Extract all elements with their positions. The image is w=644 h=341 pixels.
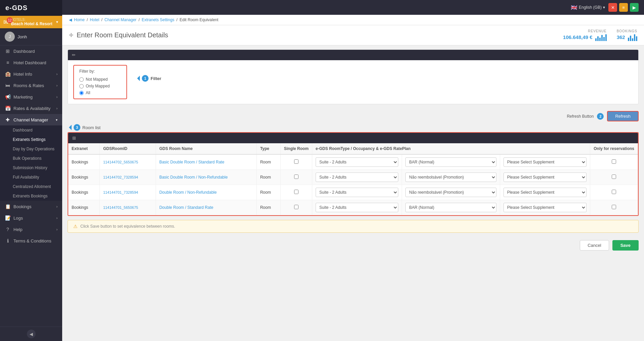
- room-type-select[interactable]: Suite - 2 Adults: [316, 157, 398, 167]
- move-icon: ✛: [69, 32, 73, 38]
- breadcrumb-channel-manager[interactable]: Channel Manager: [105, 17, 136, 22]
- cell-rate-plan[interactable]: BAR (Normal): [402, 200, 500, 215]
- filter-only-mapped[interactable]: Only Mapped: [79, 84, 121, 88]
- close-button[interactable]: ✕: [608, 3, 617, 12]
- cell-only-reservations[interactable]: [590, 200, 638, 215]
- filter-not-mapped[interactable]: Not Mapped: [79, 77, 121, 82]
- sidebar-sub-item-extranets-bookings[interactable]: Extranets Bookings: [0, 191, 62, 201]
- language-selector[interactable]: 🇬🇧 English (GB) ▾: [571, 4, 605, 11]
- sidebar-item-marketing[interactable]: 📢 Marketing ›: [0, 91, 62, 103]
- chevron-icon: ▾: [56, 118, 57, 122]
- room-type-select[interactable]: Suite - 2 Adults: [316, 203, 398, 212]
- cell-only-reservations[interactable]: [590, 185, 638, 200]
- sidebar-sub-item-submission-history[interactable]: Submission History: [0, 163, 62, 173]
- sidebar-item-help[interactable]: ? Help ›: [0, 224, 62, 235]
- cell-rate-plan[interactable]: Não reembolsável (Promotion): [402, 185, 500, 200]
- cell-supplement[interactable]: Please Select Supplement: [500, 170, 590, 185]
- chevron-icon: ›: [56, 205, 57, 209]
- only-reservations-checkbox[interactable]: [612, 175, 616, 179]
- only-reservations-checkbox[interactable]: [612, 159, 616, 164]
- sidebar-item-terms[interactable]: ℹ Terms & Conditions: [0, 235, 62, 247]
- sidebar-sub-item-extranets-settings[interactable]: Extranets Settings: [0, 135, 62, 144]
- sidebar-item-hotel-dashboard[interactable]: ≡ Hotel Dashboard: [0, 57, 62, 68]
- menu-button[interactable]: ≡: [619, 3, 628, 12]
- sidebar-sub-item-bulk-operations[interactable]: Bulk Operations: [0, 154, 62, 163]
- collapse-button[interactable]: ◀: [27, 330, 36, 338]
- sidebar-item-label: Terms & Conditions: [13, 238, 51, 243]
- supplement-select[interactable]: Please Select Supplement: [504, 188, 587, 197]
- rate-plan-select[interactable]: BAR (Normal): [405, 157, 496, 167]
- room-type-select[interactable]: Suite - 2 Adults: [316, 173, 398, 182]
- logs-icon: 📝: [5, 215, 11, 221]
- sidebar-item-rooms-rates[interactable]: 🛏 Rooms & Rates ›: [0, 80, 62, 91]
- filter-label-all: All: [86, 90, 90, 95]
- only-reservations-checkbox[interactable]: [612, 205, 616, 209]
- rate-plan-select[interactable]: Não reembolsável (Promotion): [405, 188, 496, 197]
- cell-type: Room: [256, 200, 280, 215]
- supplement-select[interactable]: Please Select Supplement: [504, 157, 587, 167]
- rate-plan-select[interactable]: Não reembolsável (Promotion): [405, 173, 496, 182]
- only-reservations-checkbox[interactable]: [612, 190, 616, 194]
- single-room-checkbox[interactable]: [294, 205, 298, 209]
- sidebar-item-channel-manager[interactable]: ✚ Channel Manager ▾: [0, 114, 62, 125]
- revenue-chart: [595, 33, 607, 41]
- cell-extranet: Bookings: [68, 200, 99, 215]
- single-room-checkbox[interactable]: [294, 159, 298, 164]
- breadcrumb-home[interactable]: Home: [74, 17, 85, 22]
- hotel-bar[interactable]: ✉ 12 HOTELS: Beach Hotel & Resort ▼: [0, 16, 62, 28]
- sidebar-item-label: Rates & Availability: [13, 106, 50, 111]
- cell-rate-plan[interactable]: Não reembolsável (Promotion): [402, 170, 500, 185]
- breadcrumb-back-icon[interactable]: ◀: [69, 17, 72, 22]
- breadcrumb-sep: /: [87, 17, 88, 22]
- breadcrumb-hotel[interactable]: Hotel: [90, 17, 99, 22]
- single-room-checkbox[interactable]: [294, 190, 298, 194]
- cell-supplement[interactable]: Please Select Supplement: [500, 154, 590, 170]
- filter-radio-not-mapped[interactable]: [79, 77, 84, 82]
- cell-room-type[interactable]: Suite - 2 Adults: [312, 154, 402, 170]
- chevron-icon: ›: [56, 228, 57, 231]
- cell-room-type[interactable]: Suite - 2 Adults: [312, 170, 402, 185]
- breadcrumb-extranets-settings[interactable]: Extranets Settings: [142, 17, 174, 22]
- sidebar-sub-item-day-by-day[interactable]: Day by Day Operations: [0, 144, 62, 154]
- cell-only-reservations[interactable]: [590, 170, 638, 185]
- sidebar-sub-item-full-availability[interactable]: Full Availability: [0, 173, 62, 182]
- supplement-select[interactable]: Please Select Supplement: [504, 173, 587, 182]
- cancel-button[interactable]: Cancel: [580, 240, 609, 251]
- filter-label-only-mapped: Only Mapped: [86, 84, 110, 88]
- play-button[interactable]: ▶: [630, 3, 639, 12]
- cell-single-room[interactable]: [280, 200, 312, 215]
- filter-label-not-mapped: Not Mapped: [86, 77, 108, 82]
- sidebar-item-hotel-info[interactable]: 🏨 Hotel Info ›: [0, 68, 62, 80]
- room-type-select[interactable]: Suite - 2 Adults: [316, 188, 398, 197]
- cell-rate-plan[interactable]: BAR (Normal): [402, 154, 500, 170]
- sidebar-item-rates-availability[interactable]: 📅 Rates & Availability ›: [0, 103, 62, 114]
- cell-single-room[interactable]: [280, 170, 312, 185]
- single-room-checkbox[interactable]: [294, 175, 298, 179]
- cell-supplement[interactable]: Please Select Supplement: [500, 200, 590, 215]
- chevron-icon: ›: [56, 84, 57, 87]
- sidebar-sub-item-centralized-allotment[interactable]: Centralized Allotment: [0, 182, 62, 191]
- room-list-section: ⊞ Extranet GDSRoomID GDS Room Name Type …: [68, 132, 639, 216]
- refresh-button[interactable]: Refresh: [607, 111, 639, 121]
- cell-supplement[interactable]: Please Select Supplement: [500, 185, 590, 200]
- cell-single-room[interactable]: [280, 154, 312, 170]
- topbar: 🇬🇧 English (GB) ▾ ✕ ≡ ▶: [62, 0, 644, 15]
- dashboard-icon: ⊞: [5, 48, 11, 54]
- filter-radio-all[interactable]: [79, 91, 84, 95]
- cell-gds-room-id: 114144701_5650675: [99, 200, 156, 215]
- cell-room-type[interactable]: Suite - 2 Adults: [312, 200, 402, 215]
- supplement-select[interactable]: Please Select Supplement: [504, 203, 587, 212]
- sidebar-sub-item-cm-dashboard[interactable]: Dashboard: [0, 125, 62, 135]
- save-button[interactable]: Save: [612, 240, 639, 251]
- filter-all[interactable]: All: [79, 90, 121, 95]
- sidebar-item-dashboard[interactable]: ⊞ Dashboard: [0, 45, 62, 57]
- sidebar-item-logs[interactable]: 📝 Logs ›: [0, 212, 62, 224]
- rate-plan-select[interactable]: BAR (Normal): [405, 203, 496, 212]
- sidebar-item-bookings[interactable]: 📋 Bookings ›: [0, 201, 62, 212]
- cell-room-type[interactable]: Suite - 2 Adults: [312, 185, 402, 200]
- cell-only-reservations[interactable]: [590, 154, 638, 170]
- sidebar-collapse[interactable]: ◀: [0, 327, 62, 341]
- cell-single-room[interactable]: [280, 185, 312, 200]
- username: Jonh: [17, 34, 27, 39]
- filter-radio-only-mapped[interactable]: [79, 84, 84, 88]
